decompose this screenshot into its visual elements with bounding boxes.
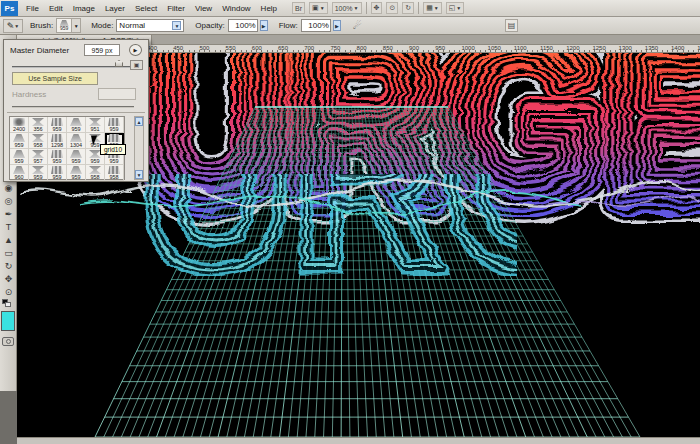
quick-mask-icon: [6, 339, 11, 344]
menu-filter[interactable]: Filter: [162, 2, 190, 15]
brush-thumbnail: [70, 134, 82, 142]
zoom-tool[interactable]: ⊙: [0, 285, 17, 298]
menu-image[interactable]: Image: [68, 2, 100, 15]
default-colors-icon[interactable]: [2, 299, 11, 307]
brush-preset[interactable]: 1304: [67, 133, 86, 149]
brush-thumbnail: [108, 118, 120, 126]
brush-size: 959: [71, 126, 80, 132]
brush-preset[interactable]: 959: [48, 149, 67, 165]
menu-file[interactable]: File: [21, 2, 44, 15]
brush-size: 959: [14, 142, 23, 148]
arrange-documents-button[interactable]: ▦▼: [423, 2, 442, 14]
ruler-label: 800: [357, 45, 367, 52]
hand-tool[interactable]: ✥: [0, 272, 17, 285]
brush-preset[interactable]: 959: [10, 133, 29, 149]
brush-preset[interactable]: 958: [86, 165, 105, 181]
menu-select[interactable]: Select: [130, 2, 162, 15]
zoom-level-dropdown[interactable]: 100%▼: [332, 2, 362, 14]
screen-mode-button[interactable]: ◱▼: [446, 2, 465, 14]
bridge-button[interactable]: Br: [292, 2, 305, 14]
brush-preset[interactable]: 959: [105, 117, 124, 133]
dodge-tool[interactable]: ◎: [0, 194, 17, 207]
menu-view[interactable]: View: [190, 2, 217, 15]
scroll-down-icon[interactable]: ▼: [135, 170, 143, 179]
view-extras-button[interactable]: ▣▼: [309, 2, 328, 14]
menu-edit[interactable]: Edit: [44, 2, 68, 15]
ruler-label: 500: [199, 45, 209, 52]
hand-tool-button[interactable]: ✥: [371, 2, 383, 14]
screen-mode-icon: ◱: [449, 4, 456, 12]
brush-size: 959: [52, 126, 61, 132]
menu-window[interactable]: Window: [217, 2, 255, 15]
3d-rotate-tool[interactable]: ↻: [0, 259, 17, 272]
brush-preset[interactable]: 960: [10, 165, 29, 181]
brush-preset[interactable]: 2400: [10, 117, 29, 133]
ruler-label: 1000: [461, 45, 474, 52]
new-brush-button[interactable]: ▣: [130, 60, 143, 70]
brush-picker-arrow[interactable]: ▼: [72, 18, 81, 33]
brush-tip-thumbnail: [60, 20, 69, 26]
ruler-label: 1300: [619, 45, 632, 52]
brush-preset[interactable]: 1298: [48, 133, 67, 149]
panel-flyout-button[interactable]: ▶: [129, 44, 142, 56]
opacity-slider-arrow[interactable]: ▶: [260, 20, 268, 31]
blur-tool[interactable]: ◉: [0, 181, 17, 194]
brush-preset[interactable]: 958: [105, 165, 124, 181]
brush-tooltip: grid10: [100, 144, 126, 155]
brush-preset[interactable]: 958: [29, 133, 48, 149]
brush-icon: ✎: [7, 21, 15, 31]
arrange-documents-icon: ▦: [426, 4, 433, 12]
brush-tool-preset-button[interactable]: ✎▼: [3, 19, 23, 33]
menu-help[interactable]: Help: [256, 2, 282, 15]
scroll-up-icon[interactable]: ▲: [135, 117, 143, 126]
brush-preset[interactable]: 959: [48, 165, 67, 181]
brush-thumbnail: [13, 166, 25, 174]
brush-preset[interactable]: 959: [67, 117, 86, 133]
type-tool[interactable]: T: [0, 220, 17, 233]
brush-preset[interactable]: 959: [10, 149, 29, 165]
brush-preset[interactable]: 959: [67, 165, 86, 181]
brush-thumbnail: [70, 118, 82, 126]
brush-thumbnail: [51, 166, 63, 174]
brush-preset[interactable]: 957: [29, 149, 48, 165]
zoom-tool-button[interactable]: ⊙: [386, 2, 398, 14]
photoshop-window: Ps FileEditImageLayerSelectFilterViewWin…: [0, 0, 700, 444]
menu-layer[interactable]: Layer: [100, 2, 130, 15]
brush-preset[interactable]: 959: [48, 117, 67, 133]
brush-thumbnail: [108, 166, 120, 174]
toggle-brushes-panel-button[interactable]: ▤: [505, 19, 518, 32]
master-diameter-input[interactable]: 959 px: [84, 44, 120, 56]
foreground-color-swatch[interactable]: [1, 311, 15, 331]
quick-mask-button[interactable]: [2, 337, 14, 346]
brush-preset-panel: Master Diameter 959 px ▶ ▣ Use Sample Si…: [3, 39, 149, 182]
use-sample-size-button[interactable]: Use Sample Size: [12, 72, 98, 85]
brush-size: 356: [33, 126, 42, 132]
flow-input[interactable]: 100%: [301, 19, 331, 32]
ruler-label: 550: [226, 45, 236, 52]
brush-preset[interactable]: 959: [67, 149, 86, 165]
brush-preset[interactable]: 951: [86, 117, 105, 133]
brush-preset[interactable]: 356: [29, 117, 48, 133]
brush-size: 958: [90, 174, 99, 180]
mode-select[interactable]: Normal ▼: [116, 19, 184, 32]
shape-tool[interactable]: ▭: [0, 246, 17, 259]
path-select-tool[interactable]: ▲: [0, 233, 17, 246]
brush-thumbnail: [70, 166, 82, 174]
flow-slider-arrow[interactable]: ▶: [333, 20, 341, 31]
ruler-label: 600: [252, 45, 262, 52]
slider-handle[interactable]: [115, 60, 123, 67]
ruler-label: 1200: [566, 45, 579, 52]
master-diameter-slider[interactable]: [12, 62, 134, 68]
rotate-view-button[interactable]: ↻: [402, 2, 414, 14]
airbrush-toggle[interactable]: ☄: [353, 20, 362, 31]
flow-label: Flow:: [279, 21, 298, 30]
divider: [418, 2, 419, 14]
brush-preset-picker-button[interactable]: 959: [56, 18, 72, 33]
preset-scrollbar[interactable]: ▲ ▼: [134, 116, 144, 180]
brush-preset[interactable]: 959: [29, 165, 48, 181]
brush-thumbnail: [13, 134, 25, 142]
pen-tool[interactable]: ✒: [0, 207, 17, 220]
opacity-input[interactable]: 100%: [228, 19, 258, 32]
ruler-label: 1350: [645, 45, 658, 52]
hardness-input-disabled: [98, 88, 136, 100]
